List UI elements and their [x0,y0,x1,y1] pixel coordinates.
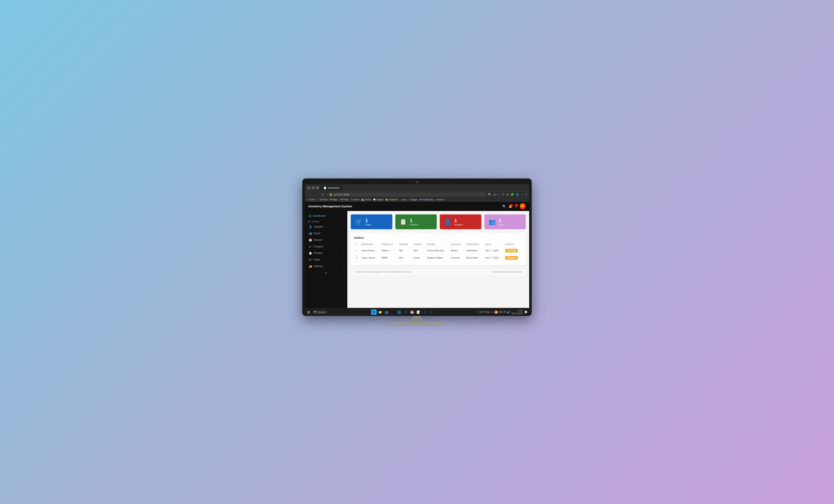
refresh-button[interactable]: ↻ [321,193,325,197]
minimize-button[interactable]: — [307,187,310,189]
taskbar-volume-icon[interactable]: 🔊 [507,311,510,314]
taskbar-wifi-icon[interactable]: 📶 [495,311,498,314]
monitor-camera-icon [416,181,418,183]
address-bar[interactable]: 🔒 127.0.0.1:8000 [327,193,486,197]
reader-mode-icon[interactable]: Aa [493,193,497,196]
sidebar-item-supplier[interactable]: 👤 Supplier › [306,224,347,230]
taskbar-app-edge[interactable]: e [422,309,427,315]
sidebar-item-season[interactable]: 📅 Season › [306,237,347,243]
taskbar-app-calendar[interactable]: 📅 [409,309,415,315]
search-toolbar-icon[interactable]: 🔍 [488,193,491,196]
taskbar-app-notes[interactable]: 📝 [416,309,421,315]
sidebar-label-product: Product [314,251,323,255]
stat-card-buyer: 👥 1 Buyer [484,214,526,229]
stat-card-supplier: 👤 1 Supplier [440,214,481,229]
sidebar-item-dashboard[interactable]: 🖥 Dashboard [306,213,347,219]
sidebar-item-product[interactable]: 📋 Product › [306,250,347,256]
taskbar-app-vscode[interactable]: VS [429,309,434,315]
taskbar-up-arrow-icon[interactable]: ∧ [492,311,494,314]
bookmark-admin[interactable]: ⚙ admin [351,198,359,201]
taskbar-lang: ENG IN [499,311,506,313]
taskbar-app-teams[interactable]: 👥 [384,309,389,315]
content-area: 🛒 1 Order 📋 1 Product [347,211,529,308]
app-search-icon[interactable]: 🔍 [502,205,506,208]
start-button[interactable]: ⊞ [307,310,311,315]
row1-buyer: Vinson Mombay [425,247,449,254]
profile-icon[interactable]: 👤 [515,193,519,196]
bookmark-chatgpt[interactable]: 💬 chatgpt [373,198,383,201]
taskbar-app-skype[interactable]: S [403,309,409,315]
order-chevron-icon: › [343,259,344,261]
footer-copyright: © 2020 Inventory Management System. All … [354,271,411,273]
bookmark-vendor[interactable]: 🏪 vendor [361,198,371,201]
sidebar-add-button[interactable]: + [305,270,347,277]
orders-title: Orders [354,236,522,239]
bookmark-maps[interactable]: 🗺 Maps [330,198,337,201]
row2-color: Green [412,254,425,261]
bookmark-stellarium[interactable]: ⭐ Stellarium [385,198,398,201]
tab-icon: 📄 [324,187,327,189]
row2-season: Summer [449,254,465,261]
col-design: DESIGN [397,242,412,247]
bookmark-odoo[interactable]: ● odoo [400,198,407,201]
buyer-stat-icon: 👥 [489,218,496,225]
sidebar-label-dashboard: Dashboard [313,214,326,217]
taskbar-notification-icon[interactable]: 💬 [524,311,527,314]
avatar[interactable]: A [520,203,526,209]
bookmark-peace[interactable]: ☮ peace [436,198,444,201]
taskbar-app-chrome[interactable]: 🌐 [397,309,402,315]
taskbar-search[interactable]: 🔍 Search [312,310,328,314]
browser-titlebar: — □ ✕ 📄 Dashboard [305,184,529,192]
taskbar-apps: B 📁 👥 🗂 🌐 S 📅 📝 e VS [329,309,476,315]
more-icon[interactable]: ⋯ [521,193,523,196]
messages-button[interactable]: ✉ 1 [515,205,517,208]
bookmark-youtube[interactable]: ▶ YouTube [317,198,328,201]
back-button[interactable]: ← [307,193,312,197]
sidebar-item-order[interactable]: 🛒 Order › [306,257,347,263]
bookmarks-bar: ✉ Gmail ▶ YouTube 🗺 Maps 📷 Pixels ⚙ [305,198,529,202]
notification-bell-button[interactable]: 🔔 2 [509,205,512,208]
bookmark-kaggle[interactable]: k Kaggle [409,198,417,201]
row2-buyer: Radney Palata [425,254,449,261]
main-layout: 🖥 Dashboard MY STORE 👤 Supplier › [305,211,529,308]
vendor-icon: 🏪 [361,198,364,201]
product-stat-value: 1 [410,218,418,223]
order-stat-icon: 🛒 [355,218,363,225]
row1-status: Pending [503,247,522,254]
monitor-shell: — □ ✕ 📄 Dashboard ← → ↻ 🔒 127. [302,178,532,316]
favorites-icon[interactable]: ☆ [498,193,501,196]
category-chevron-icon: › [343,245,344,248]
sidebar-item-delivery[interactable]: 🚚 Delivery › [306,263,347,269]
product-stat-icon: 📋 [400,218,407,225]
stand-neck [411,316,423,322]
taskbar-app-files[interactable]: 🗂 [390,309,396,315]
bookmark-pixels[interactable]: 📷 Pixels [340,198,349,201]
sidebar-section-label: MY STORE [305,219,347,223]
forward-button[interactable]: → [314,193,319,197]
split-icon[interactable]: ⊞ [506,193,509,196]
stat-card-product: 📋 1 Product [395,214,437,229]
close-button[interactable]: ✕ [316,187,319,189]
footer-developer: Developed by itsourcecode.com [492,271,522,273]
taskbar-app-bing[interactable]: B [371,309,377,315]
refresh2-icon[interactable]: ⟳ [502,193,505,196]
stats-row: 🛒 1 Order 📋 1 Product [351,214,526,229]
admin-icon: ⚙ [351,198,353,201]
taskbar-clock[interactable]: 11:37 04-07-2023 [512,309,523,315]
col-buyer: BUYER [425,242,449,247]
sidebar-item-category[interactable]: 🏷 Category › [306,243,347,250]
extensions-icon[interactable]: 🧩 [510,193,514,196]
bookmark-gmail[interactable]: ✉ Gmail [307,198,315,201]
supplier-stat-icon: 👤 [444,218,452,225]
tab-label: Dashboard [328,187,339,189]
chatgpt-icon: 💬 [373,198,376,201]
stand-base [389,322,445,326]
row2-status: Pending [503,254,522,261]
window-controls: — □ ✕ [307,187,319,189]
bing-icon[interactable]: B [525,193,527,196]
sidebar-item-buyer[interactable]: 👥 Buyer › [306,230,347,237]
taskbar-app-explorer[interactable]: 📁 [377,309,383,315]
active-tab[interactable]: 📄 Dashboard [321,186,342,190]
restore-button[interactable]: □ [312,187,314,189]
bookmark-googlesky[interactable]: 🌌 Google Sky [419,198,434,201]
